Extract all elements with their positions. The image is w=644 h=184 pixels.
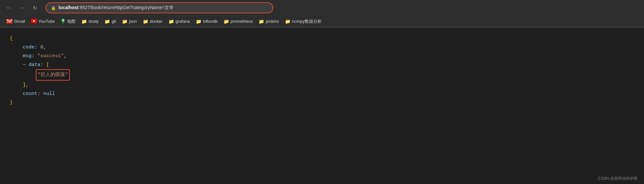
bookmark-prometheus[interactable]: 📁 prometheus <box>221 18 256 25</box>
folder-icon: 📁 <box>143 19 148 24</box>
back-button[interactable]: ← <box>4 3 14 13</box>
bookmark-youtube[interactable]: YouTube <box>28 18 58 25</box>
bookmark-youtube-label: YouTube <box>38 19 55 24</box>
bookmark-json-label: json <box>129 19 137 24</box>
browser-chrome: ← → ↻ 🔒 localhost:9527/book/returnHttpGe… <box>0 0 644 28</box>
svg-point-4 <box>62 20 64 21</box>
folder-icon: 📁 <box>168 19 174 24</box>
msg-value: "success" <box>37 52 64 60</box>
folder-icon: 📁 <box>104 19 110 24</box>
json-close-brace: } <box>10 98 634 107</box>
address-bar[interactable]: 🔒 localhost:9527/book/returnHttpGet?cate… <box>46 2 273 13</box>
folder-icon: 📁 <box>223 19 229 24</box>
folder-icon: 📁 <box>259 19 264 24</box>
data-key: data <box>29 60 40 69</box>
bookmark-gmail-label: Gmail <box>14 19 25 24</box>
bookmark-grafana[interactable]: 📁 grafana <box>166 18 193 25</box>
bookmark-influxdb[interactable]: 📁 influxdb <box>193 18 220 25</box>
folder-icon: 📁 <box>285 19 290 24</box>
bookmarks-bar: Gmail YouTube 地图 📁 study 📁 git 📁 js <box>0 16 644 27</box>
open-brace: { <box>10 34 13 43</box>
json-data-close-line: ], <box>10 81 634 89</box>
json-open-brace: { <box>10 34 634 43</box>
nav-bar: ← → ↻ 🔒 localhost:9527/book/returnHttpGe… <box>0 0 644 16</box>
bookmark-jenkins[interactable]: 📁 jenkins <box>256 18 281 25</box>
count-key: count <box>23 89 37 98</box>
bookmark-maps-label: 地图 <box>67 19 75 24</box>
code-key: code <box>23 43 34 52</box>
bookmark-jenkins-label: jenkins <box>266 19 279 24</box>
json-msg-line: msg : "success" , <box>10 52 634 60</box>
bookmark-prometheus-label: prometheus <box>231 19 253 24</box>
folder-icon: 📁 <box>122 19 127 24</box>
bookmark-influxdb-label: influxdb <box>203 19 218 24</box>
url-port: :9527 <box>78 5 90 10</box>
close-brace: } <box>10 98 13 107</box>
bookmark-numpy-label: numpy数据分析 <box>292 19 322 24</box>
url-host: localhost <box>59 5 78 10</box>
url-path: /book/returnHttpGet?categoryName=文学 <box>90 5 174 10</box>
footer: CSDN @是阿俏同学呀 <box>598 176 637 181</box>
folder-icon: 📁 <box>196 19 201 24</box>
json-content-area: { code : 0 , msg : "success" , − data : … <box>0 28 644 113</box>
bookmark-json[interactable]: 📁 json <box>119 18 140 25</box>
bookmark-docker[interactable]: 📁 docker <box>140 18 165 25</box>
bookmark-maps[interactable]: 地图 <box>58 17 78 25</box>
bookmark-gmail[interactable]: Gmail <box>4 18 28 25</box>
data-bracket-close: ], <box>23 81 29 89</box>
json-data-item-line: "巨人的陨落" <box>10 69 634 81</box>
bookmark-git-label: git <box>112 19 116 24</box>
json-code-line: code : 0 , <box>10 43 634 52</box>
bookmark-grafana-label: grafana <box>176 19 190 24</box>
forward-button[interactable]: → <box>17 3 27 13</box>
reload-button[interactable]: ↻ <box>30 3 40 13</box>
bookmark-study-label: study <box>88 19 99 24</box>
collapse-button[interactable]: − <box>23 60 26 69</box>
json-count-line: count : null <box>10 89 634 98</box>
bookmark-git[interactable]: 📁 git <box>102 18 119 25</box>
folder-icon: 📁 <box>81 19 87 24</box>
code-value: 0 <box>40 43 43 52</box>
bookmark-study[interactable]: 📁 study <box>79 18 101 25</box>
footer-text: CSDN @是阿俏同学呀 <box>598 176 637 181</box>
svg-marker-5 <box>61 21 65 23</box>
security-icon: 🔒 <box>51 6 56 10</box>
data-item-value: "巨人的陨落" <box>38 72 68 78</box>
address-bar-wrapper: 🔒 localhost:9527/book/returnHttpGet?cate… <box>46 2 273 13</box>
json-data-line: − data : [ <box>10 60 634 69</box>
bookmark-numpy[interactable]: 📁 numpy数据分析 <box>282 18 324 25</box>
data-item-highlighted: "巨人的陨落" <box>36 69 70 81</box>
url-text: localhost:9527/book/returnHttpGet?catego… <box>59 5 174 11</box>
bookmark-docker-label: docker <box>150 19 163 24</box>
msg-key: msg <box>23 52 32 60</box>
count-value: null <box>43 89 55 98</box>
data-bracket-open: [ <box>46 60 49 69</box>
